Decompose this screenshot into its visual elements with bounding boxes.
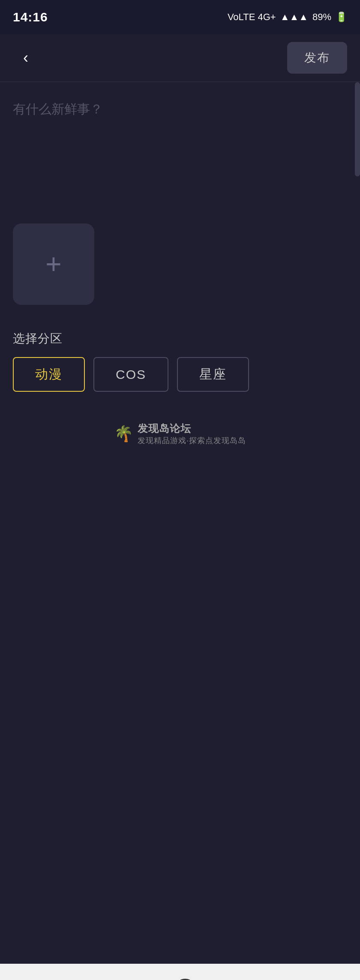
publish-button[interactable]: 发布 — [287, 42, 347, 74]
watermark: 🌴 发现岛论坛 发现精品游戏·探索点发现岛岛 — [13, 417, 347, 450]
section-tags: 动漫 COS 星座 — [13, 357, 347, 392]
text-input-area[interactable]: 有什么新鲜事？ — [13, 95, 347, 206]
section-tag-cos[interactable]: COS — [93, 357, 168, 392]
battery-indicator: 89% — [312, 12, 331, 23]
editor-placeholder: 有什么新鲜事？ — [13, 102, 103, 116]
bottom-nav-bar: ||| ‹ — [0, 964, 360, 980]
watermark-title: 发现岛论坛 — [138, 423, 191, 434]
section-label: 选择分区 — [13, 331, 347, 347]
plus-icon: + — [45, 250, 61, 278]
watermark-icon: 🌴 — [114, 425, 133, 443]
wifi-icon: ▲▲▲ — [280, 12, 308, 23]
back-icon: ‹ — [23, 50, 28, 66]
section-tag-anime[interactable]: 动漫 — [13, 357, 85, 392]
status-bar: 14:16 VoLTE 4G+ ▲▲▲ 89% 🔋 — [0, 0, 360, 34]
image-section: + — [13, 219, 347, 309]
watermark-subtitle: 发现精品游戏·探索点发现岛岛 — [138, 435, 246, 446]
signal-icon: VoLTE 4G+ — [228, 12, 276, 23]
status-icons: VoLTE 4G+ ▲▲▲ 89% 🔋 — [228, 12, 347, 23]
scroll-indicator[interactable] — [355, 82, 360, 176]
section-tag-zodiac[interactable]: 星座 — [177, 357, 249, 392]
main-content: 有什么新鲜事？ + 选择分区 动漫 COS 星座 🌴 发现岛论坛 发现精品游戏·… — [0, 82, 360, 450]
status-time: 14:16 — [13, 10, 48, 24]
empty-content-area — [0, 450, 360, 964]
back-button[interactable]: ‹ — [13, 45, 39, 71]
battery-icon: 🔋 — [336, 12, 347, 23]
add-image-button[interactable]: + — [13, 223, 94, 305]
section-selector: 选择分区 动漫 COS 星座 — [13, 331, 347, 405]
nav-bar: ‹ 发布 — [0, 34, 360, 81]
watermark-text-block: 发现岛论坛 发现精品游戏·探索点发现岛岛 — [138, 422, 246, 446]
